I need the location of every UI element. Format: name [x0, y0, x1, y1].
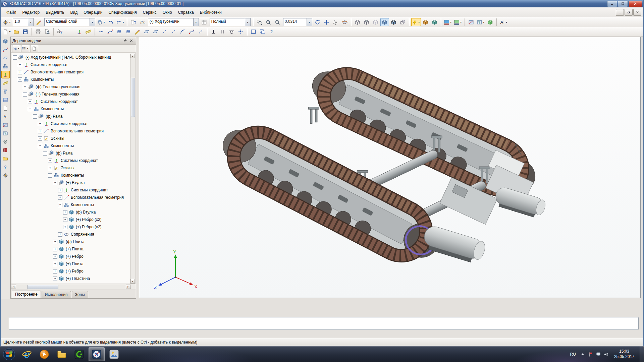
rotate-model[interactable]	[340, 18, 349, 26]
local-csys[interactable]	[75, 28, 84, 36]
draft-quality-display[interactable]	[421, 18, 430, 26]
tree-item-28[interactable]: +(+) Плита	[11, 260, 130, 267]
expand-icon[interactable]: +	[53, 254, 57, 259]
current-layer[interactable]: Системный слой▼	[44, 18, 95, 26]
current-model-dropdown-icon[interactable]: ▼	[193, 18, 199, 26]
taskbar-media-player[interactable]	[36, 347, 52, 361]
expand-icon[interactable]: +	[48, 159, 52, 163]
shaded-display[interactable]	[380, 18, 389, 26]
tree-item-24[interactable]: +Сопряжения	[11, 231, 130, 238]
taskbar-explorer[interactable]	[54, 347, 70, 361]
taskbar-graphics-app[interactable]	[106, 347, 122, 361]
tray-flag-icon[interactable]	[588, 352, 593, 357]
new-sketch[interactable]	[133, 28, 142, 36]
simplified-display[interactable]: ▼	[411, 18, 421, 26]
save-document[interactable]	[21, 28, 30, 36]
tree-item-31[interactable]: +(+) Пластина	[11, 282, 130, 284]
child-restore-button[interactable]	[625, 9, 633, 16]
panel-surfaces[interactable]	[1, 54, 10, 62]
open-document[interactable]	[12, 28, 21, 36]
show-desktop-button[interactable]	[640, 346, 644, 362]
section-view[interactable]	[258, 28, 267, 36]
tree-item-21[interactable]: +(ф) Втулка	[11, 208, 130, 216]
tree-item-0[interactable]: −(-) Ход гусеничный (Тел-0, Сборочных ед…	[11, 54, 130, 61]
menu-item-5[interactable]: Спецификация	[105, 8, 140, 16]
panel-library[interactable]	[1, 146, 10, 154]
clip-zones[interactable]: ▼	[476, 18, 486, 26]
conditional-marks[interactable]: А▼	[499, 18, 508, 26]
tree-item-11[interactable]: +Эскизы	[11, 135, 130, 142]
tree-item-10[interactable]: +Вспомогательная геометрия	[11, 127, 130, 135]
document-setup[interactable]	[35, 18, 43, 26]
expand-icon[interactable]: +	[38, 136, 42, 141]
tree-item-30[interactable]: +(+) Пластина	[11, 275, 130, 282]
panel-collections[interactable]	[1, 155, 10, 162]
taskbar-app-green[interactable]	[71, 347, 87, 361]
close-button[interactable]	[629, 1, 642, 7]
context-help[interactable]: ?	[56, 28, 64, 36]
panel-design-elements[interactable]: А	[1, 113, 10, 120]
new-document-dropdown-icon[interactable]: ▼	[9, 31, 11, 33]
tree-item-23[interactable]: +(+) Ребро (х2)	[11, 223, 130, 231]
tree-item-18[interactable]: +Системы координат	[11, 186, 130, 194]
surface-color-dropdown-icon[interactable]: ▼	[450, 21, 452, 23]
intersection-curve[interactable]	[197, 28, 205, 36]
snap-settings-dropdown-icon[interactable]: ▼	[9, 21, 11, 23]
helix-conical[interactable]	[124, 28, 133, 36]
pin-panel-icon[interactable]	[122, 38, 128, 44]
collapse-icon[interactable]: −	[43, 151, 47, 156]
new-document[interactable]: ▼	[2, 28, 12, 36]
spatial-point[interactable]	[97, 28, 106, 36]
expand-icon[interactable]: +	[18, 70, 22, 74]
tree-vertical-scrollbar[interactable]: ▲ ▼	[130, 54, 135, 284]
helix-cylindrical[interactable]	[115, 28, 124, 36]
expand-icon[interactable]: +	[53, 277, 57, 281]
spline-curve[interactable]	[106, 28, 115, 36]
tree-item-20[interactable]: −Компоненты	[11, 201, 130, 208]
zoom-out[interactable]	[273, 18, 282, 26]
expand-icon[interactable]: +	[28, 100, 32, 104]
minimize-button[interactable]	[607, 1, 617, 7]
scroll-up-arrow[interactable]: ▲	[130, 54, 135, 58]
detail-level-dropdown-icon[interactable]: ▼	[245, 18, 250, 26]
print-document[interactable]	[34, 28, 43, 36]
tree-item-8[interactable]: −(ф) Рама	[11, 113, 130, 120]
refresh-image[interactable]	[313, 18, 322, 26]
select-pointer[interactable]	[331, 18, 340, 26]
tree-composition-button[interactable]: ▼	[21, 45, 29, 52]
surface-color[interactable]: ▼	[443, 18, 453, 26]
panel-conditional[interactable]	[1, 129, 10, 137]
current-layer-dropdown-icon[interactable]: ▼	[90, 18, 95, 26]
expand-icon[interactable]: +	[58, 232, 62, 237]
expand-icon[interactable]: +	[58, 188, 62, 192]
undo[interactable]	[106, 18, 115, 26]
offset-plane[interactable]	[142, 28, 151, 36]
print-preview[interactable]	[43, 28, 52, 36]
collapse-icon[interactable]: −	[28, 107, 32, 111]
panel-checks[interactable]: ?	[1, 163, 10, 171]
menu-item-1[interactable]: Редактор	[19, 8, 43, 16]
variables-window[interactable]: f(x)	[138, 18, 147, 26]
language-indicator[interactable]: RU	[569, 351, 577, 357]
tree-item-9[interactable]: +Системы координат	[11, 120, 130, 127]
menu-item-8[interactable]: Справка	[175, 8, 197, 16]
tray-expand-icon[interactable]	[580, 352, 585, 357]
coincident-mate[interactable]	[236, 28, 245, 36]
menu-item-4[interactable]: Операции	[80, 8, 105, 16]
collapse-icon[interactable]: −	[13, 55, 17, 60]
expand-icon[interactable]: +	[23, 85, 27, 89]
panel-arrays[interactable]	[1, 62, 10, 70]
tree-item-22[interactable]: +(+) Ребро (х2)	[11, 216, 130, 223]
expand-icon[interactable]: +	[63, 218, 67, 222]
tree-item-14[interactable]: +Системы координат	[11, 157, 130, 164]
tray-volume-icon[interactable]	[603, 352, 609, 357]
menu-item-3[interactable]: Вид	[67, 8, 81, 16]
tree-item-2[interactable]: +Вспомогательная геометрия	[11, 68, 130, 76]
expand-icon[interactable]: +	[18, 63, 22, 67]
scroll-right-arrow[interactable]: ►	[126, 285, 131, 289]
tab-1[interactable]: Исполнения	[42, 291, 71, 298]
tray-display-icon[interactable]	[596, 352, 601, 357]
tree-item-12[interactable]: −Компоненты	[11, 142, 130, 149]
current-step[interactable]: 1.0▼	[13, 18, 34, 26]
hidden-lines-display[interactable]	[362, 18, 371, 26]
